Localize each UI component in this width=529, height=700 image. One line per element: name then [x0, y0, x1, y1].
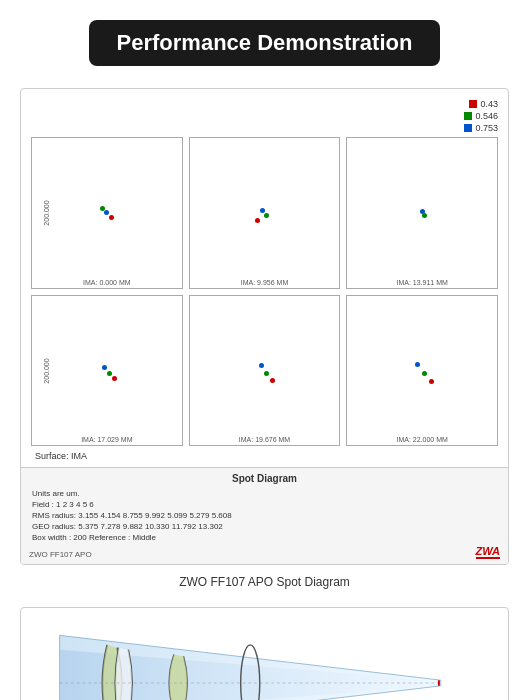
spot-brand-label: ZWO FF107 APO: [29, 550, 92, 559]
spot-dot-red-4: [270, 378, 275, 383]
table-row: Box width : 200 Reference : Middle: [29, 532, 500, 543]
spot-caption: ZWO FF107 APO Spot Diagram: [179, 575, 350, 589]
spot-cells-grid: 200.000 IMA: 0.000 MM IMA: 9.956 MM: [31, 137, 498, 446]
spot-cell-label-0: IMA: 0.000 MM: [32, 279, 182, 286]
spot-cell-label-5: IMA: 22.000 MM: [347, 436, 497, 443]
legend-label-red: 0.43: [480, 99, 498, 109]
spot-dot-green-0: [100, 206, 105, 211]
spot-cell-label-2: IMA: 13.911 MM: [347, 279, 497, 286]
spot-cell-4: IMA: 19.676 MM: [189, 295, 341, 447]
optical-svg-wrap: [31, 618, 498, 700]
spot-dot-red-0: [109, 215, 114, 220]
spot-cell-3: 200.000 IMA: 17.029 MM: [31, 295, 183, 447]
spot-dot-red-5: [429, 379, 434, 384]
geo-cell: GEO radius: 5.375 7.278 9.882 10.330 11.…: [29, 521, 500, 532]
fields-cell: Field : 1 2 3 4 5 6: [29, 499, 500, 510]
spot-cell-inner-2: [362, 153, 482, 273]
table-row: GEO radius: 5.375 7.278 9.882 10.330 11.…: [29, 521, 500, 532]
spot-dot-blue-3: [102, 365, 107, 370]
spot-diagram-card: 0.43 0.546 0.753 200.000 IMA: 0.0: [20, 88, 509, 565]
legend-label-blue: 0.753: [475, 123, 498, 133]
optical-path-main: This design has been patented. ED glass: [21, 608, 508, 700]
spot-dot-blue-1: [260, 208, 265, 213]
svg-rect-0: [469, 100, 477, 108]
svg-rect-1: [464, 112, 472, 120]
spot-cell-label-3: IMA: 17.029 MM: [32, 436, 182, 443]
spot-dot-blue-0: [104, 210, 109, 215]
legend-dot-green: [464, 112, 472, 120]
legend-item-green: 0.546: [464, 111, 498, 121]
spot-dot-blue-5: [415, 362, 420, 367]
legend-item-blue: 0.753: [464, 123, 498, 133]
spot-footer-title: Spot Diagram: [29, 473, 500, 484]
spot-cell-inner-1: [205, 153, 325, 273]
spot-footer-table: Units are um. Field : 1 2 3 4 5 6 RMS ra…: [29, 488, 500, 543]
spot-zwo-logo: ZWA: [476, 545, 500, 559]
spot-cell-2: IMA: 13.911 MM: [346, 137, 498, 289]
table-row: Units are um.: [29, 488, 500, 499]
spot-cell-label-1: IMA: 9.956 MM: [190, 279, 340, 286]
legend-label-green: 0.546: [475, 111, 498, 121]
spot-cell-0: 200.000 IMA: 0.000 MM: [31, 137, 183, 289]
spot-cell-inner-4: [205, 311, 325, 431]
spot-dot-green-3: [107, 371, 112, 376]
optical-path-card: This design has been patented. ED glass …: [20, 607, 509, 700]
spot-surface-label: Surface: IMA: [31, 451, 498, 461]
legend-dot-blue: [464, 124, 472, 132]
optical-path-svg: [31, 618, 498, 700]
svg-rect-2: [464, 124, 472, 132]
spot-dot-red-1: [255, 218, 260, 223]
spot-diagram-main: 0.43 0.546 0.753 200.000 IMA: 0.0: [21, 89, 508, 467]
units-cell: Units are um.: [29, 488, 500, 499]
spot-dot-green-2: [422, 213, 427, 218]
spot-cell-inner-0: [47, 153, 167, 273]
table-row: RMS radius: 3.155 4.154 8.755 9.992 5.09…: [29, 510, 500, 521]
spot-dot-green-1: [264, 213, 269, 218]
spot-dot-red-3: [112, 376, 117, 381]
spot-cell-inner-3: [47, 311, 167, 431]
spot-legend: 0.43 0.546 0.753: [31, 99, 498, 133]
rms-cell: RMS radius: 3.155 4.154 8.755 9.992 5.09…: [29, 510, 500, 521]
spot-logo-area: ZWO FF107 APO ZWA: [29, 545, 500, 559]
box-cell: Box width : 200 Reference : Middle: [29, 532, 500, 543]
legend-dot-red: [469, 100, 477, 108]
spot-dot-green-5: [422, 371, 427, 376]
spot-cell-inner-5: [362, 311, 482, 431]
spot-cell-label-4: IMA: 19.676 MM: [190, 436, 340, 443]
spot-cell-5: IMA: 22.000 MM: [346, 295, 498, 447]
table-row: Field : 1 2 3 4 5 6: [29, 499, 500, 510]
legend-item-red: 0.43: [469, 99, 498, 109]
spot-cell-1: IMA: 9.956 MM: [189, 137, 341, 289]
spot-dot-green-4: [264, 371, 269, 376]
spot-dot-blue-4: [259, 363, 264, 368]
page-title: Performance Demonstration: [89, 20, 441, 66]
spot-diagram-footer: Spot Diagram Units are um. Field : 1 2 3…: [21, 467, 508, 564]
